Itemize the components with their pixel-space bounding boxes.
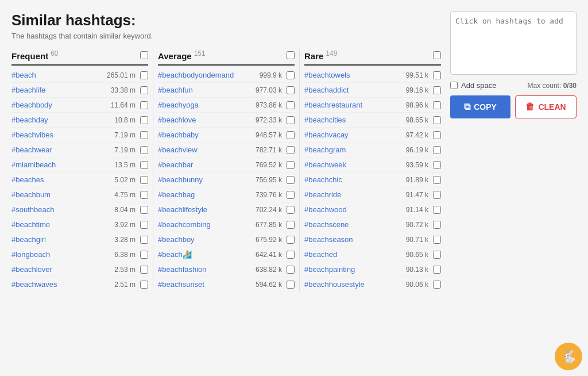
hashtag-link[interactable]: #beach🏄 — [158, 250, 256, 259]
hashtag-link[interactable]: #beachscene — [304, 220, 406, 229]
hashtag-checkbox[interactable] — [433, 161, 441, 169]
hashtag-checkbox[interactable] — [140, 116, 148, 124]
hashtag-checkbox[interactable] — [287, 281, 295, 289]
hashtag-count: 11.64 m — [111, 101, 136, 109]
hashtag-count: 8.04 m — [114, 206, 136, 214]
hashtag-checkbox[interactable] — [140, 266, 148, 274]
hashtag-checkbox[interactable] — [433, 251, 441, 259]
hashtag-link[interactable]: #beached — [304, 250, 406, 259]
hashtag-checkbox[interactable] — [140, 176, 148, 184]
hashtag-checkbox[interactable] — [287, 221, 295, 229]
hashtag-checkbox[interactable] — [433, 86, 441, 94]
hashtag-link[interactable]: #beachbag — [158, 190, 256, 199]
add-space-checkbox[interactable] — [450, 82, 458, 89]
hashtag-checkbox[interactable] — [140, 101, 148, 109]
copy-button[interactable]: ⧉ COPY — [450, 95, 510, 118]
hashtag-link[interactable]: #beachboy — [158, 235, 256, 244]
hashtag-checkbox[interactable] — [287, 161, 295, 169]
hashtag-link[interactable]: #beachfashion — [158, 265, 256, 274]
hashtag-link[interactable]: #beachlover — [11, 265, 114, 274]
hashtag-textarea[interactable] — [450, 11, 577, 75]
hashtag-link[interactable]: #beachtime — [11, 220, 114, 229]
hashtag-link[interactable]: #beachwaves — [11, 280, 114, 289]
hashtag-link[interactable]: #beachweek — [304, 160, 406, 169]
hashtag-link[interactable]: #beachbunny — [158, 175, 256, 184]
hashtag-link[interactable]: #beachseason — [304, 235, 406, 244]
hashtag-checkbox[interactable] — [287, 116, 295, 124]
hashtag-link[interactable]: #beachday — [11, 116, 114, 124]
hashtag-checkbox[interactable] — [140, 131, 148, 139]
hashtag-checkbox[interactable] — [433, 266, 441, 274]
hashtag-link[interactable]: #beachvacay — [304, 131, 406, 139]
hashtag-checkbox[interactable] — [287, 146, 295, 154]
hashtag-link[interactable]: #beachgirl — [11, 235, 114, 244]
hashtag-checkbox[interactable] — [287, 176, 295, 184]
hashtag-link[interactable]: #beachchic — [304, 175, 406, 184]
hashtag-checkbox[interactable] — [140, 71, 148, 79]
hashtag-link[interactable]: #beachcities — [304, 116, 406, 124]
hashtag-link[interactable]: #beachpainting — [304, 265, 406, 274]
hashtag-link[interactable]: #miamibeach — [11, 160, 114, 169]
hashtag-checkbox[interactable] — [140, 221, 148, 229]
column-select-all-rare[interactable] — [433, 51, 441, 59]
hashtag-checkbox[interactable] — [287, 131, 295, 139]
hashtag-link[interactable]: #beachlife — [11, 86, 111, 94]
hashtag-checkbox[interactable] — [433, 236, 441, 244]
hashtag-checkbox[interactable] — [140, 191, 148, 199]
hashtag-link[interactable]: #beachgram — [304, 145, 406, 154]
hashtag-link[interactable]: #beachtowels — [304, 71, 406, 79]
hashtag-checkbox[interactable] — [287, 71, 295, 79]
column-select-all-frequent[interactable] — [140, 51, 148, 59]
hashtag-checkbox[interactable] — [287, 101, 295, 109]
hashtag-link[interactable]: #beach — [11, 71, 107, 79]
hashtag-link[interactable]: #longbeach — [11, 250, 114, 259]
clean-button[interactable]: 🗑 CLEAN — [515, 95, 577, 118]
hashtag-link[interactable]: #beachvibes — [11, 131, 114, 139]
hashtag-checkbox[interactable] — [140, 146, 148, 154]
hashtag-checkbox[interactable] — [140, 236, 148, 244]
hashtag-link[interactable]: #beachhousestyle — [304, 280, 406, 289]
hashtag-checkbox[interactable] — [433, 221, 441, 229]
hashtag-checkbox[interactable] — [287, 86, 295, 94]
hashtag-checkbox[interactable] — [140, 206, 148, 214]
hashtag-checkbox[interactable] — [433, 176, 441, 184]
hashtag-link[interactable]: #beaches — [11, 175, 114, 184]
hashtag-link[interactable]: #beachlove — [158, 116, 256, 124]
hashtag-checkbox[interactable] — [433, 191, 441, 199]
hashtag-link[interactable]: #beachwood — [304, 205, 406, 214]
hashtag-checkbox[interactable] — [433, 146, 441, 154]
hashtag-link[interactable]: #beachbody — [11, 101, 111, 109]
hashtag-link[interactable]: #beachsunset — [158, 280, 256, 289]
hashtag-checkbox[interactable] — [140, 86, 148, 94]
hashtag-checkbox[interactable] — [287, 191, 295, 199]
hashtag-checkbox[interactable] — [287, 251, 295, 259]
hashtag-checkbox[interactable] — [287, 266, 295, 274]
hashtag-checkbox[interactable] — [433, 116, 441, 124]
hashtag-link[interactable]: #beachyoga — [158, 101, 256, 109]
hashtag-link[interactable]: #beachride — [304, 190, 406, 199]
hashtag-link[interactable]: #beachbum — [11, 190, 114, 199]
hashtag-checkbox[interactable] — [433, 206, 441, 214]
hashtag-checkbox[interactable] — [433, 281, 441, 289]
hashtag-link[interactable]: #beachrestaurant — [304, 101, 406, 109]
hashtag-link[interactable]: #beachbaby — [158, 131, 256, 139]
column-select-all-average[interactable] — [287, 51, 295, 59]
hashtag-link[interactable]: #beachfun — [158, 86, 256, 94]
hashtag-link[interactable]: #southbeach — [11, 205, 114, 214]
hashtag-checkbox[interactable] — [287, 236, 295, 244]
hashtag-link[interactable]: #beachbodyondemand — [158, 71, 260, 79]
hashtag-link[interactable]: #beachbar — [158, 160, 256, 169]
hashtag-checkbox[interactable] — [140, 251, 148, 259]
add-space-label[interactable]: Add space — [450, 81, 496, 90]
hashtag-link[interactable]: #beachaddict — [304, 86, 406, 94]
hashtag-checkbox[interactable] — [433, 71, 441, 79]
hashtag-link[interactable]: #beachlifestyle — [158, 205, 256, 214]
hashtag-link[interactable]: #beachview — [158, 145, 256, 154]
hashtag-checkbox[interactable] — [140, 161, 148, 169]
hashtag-checkbox[interactable] — [433, 101, 441, 109]
hashtag-link[interactable]: #beachwear — [11, 145, 114, 154]
hashtag-checkbox[interactable] — [287, 206, 295, 214]
hashtag-link[interactable]: #beachcombing — [158, 220, 256, 229]
hashtag-checkbox[interactable] — [140, 281, 148, 289]
hashtag-checkbox[interactable] — [433, 131, 441, 139]
